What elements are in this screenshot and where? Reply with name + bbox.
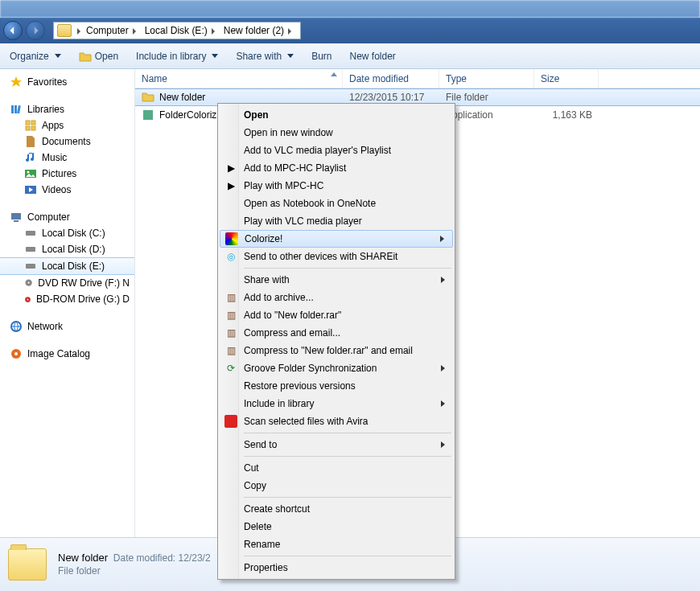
ctx-play-mpc[interactable]: ▶Play with MPC-HC: [220, 177, 453, 195]
groove-icon: ⟳: [224, 362, 237, 375]
include-in-library-button[interactable]: Include in library: [136, 51, 218, 62]
open-button[interactable]: Open: [79, 50, 118, 63]
new-folder-button[interactable]: New folder: [350, 51, 396, 62]
burn-button[interactable]: Burn: [311, 51, 331, 62]
ctx-cut[interactable]: Cut: [220, 459, 453, 477]
nav-back-button[interactable]: [3, 21, 23, 40]
archive-icon: ▥: [224, 291, 237, 304]
svg-rect-10: [11, 213, 21, 220]
nav-libraries-label: Libraries: [27, 104, 64, 115]
ctx-add-vlc-playlist[interactable]: Add to VLC media player's Playlist: [220, 142, 453, 159]
svg-rect-1: [14, 105, 17, 113]
organize-button[interactable]: Organize: [10, 51, 61, 62]
hdd-icon: [24, 260, 37, 273]
ctx-add-rar[interactable]: ▥Add to "New folder.rar": [220, 306, 453, 324]
ctx-compress-rar-email[interactable]: ▥Compress to "New folder.rar" and email: [220, 342, 453, 359]
folder-open-icon: [79, 50, 92, 63]
nav-computer-label: Computer: [27, 211, 70, 223]
videos-icon: [24, 183, 37, 196]
navigation-pane: Favorites Libraries Apps Documents Music…: [0, 69, 135, 537]
column-date[interactable]: Date modified: [343, 69, 439, 88]
ctx-send-to[interactable]: Send to: [220, 436, 453, 454]
svg-rect-14: [26, 264, 35, 269]
ctx-include-library[interactable]: Include in library: [220, 395, 453, 412]
nav-network-label: Network: [27, 321, 63, 332]
breadcrumb-drive[interactable]: Local Disk (E:): [142, 23, 220, 39]
nav-videos[interactable]: Videos: [0, 182, 134, 198]
hdd-icon: [24, 243, 37, 256]
archive-icon: ▥: [224, 309, 237, 322]
nav-computer[interactable]: Computer: [0, 209, 134, 225]
dvd-icon: [24, 277, 33, 289]
column-size[interactable]: Size: [534, 69, 599, 88]
hdd-icon: [24, 227, 37, 240]
ctx-properties[interactable]: Properties: [220, 559, 453, 577]
svg-rect-12: [26, 231, 35, 236]
desktop-background-strip: [0, 0, 700, 18]
nav-image-catalog-label: Image Catalog: [27, 348, 90, 359]
ctx-colorize[interactable]: Colorize!: [220, 230, 453, 248]
archive-icon: ▥: [224, 326, 237, 339]
nav-pictures[interactable]: Pictures: [0, 166, 134, 182]
svg-rect-22: [143, 110, 153, 120]
nav-drive-f[interactable]: DVD RW Drive (F:) N: [0, 275, 134, 291]
image-catalog-icon: [10, 347, 23, 360]
svg-rect-13: [26, 247, 35, 252]
ctx-share-with[interactable]: Share with: [220, 271, 453, 289]
svg-rect-2: [17, 105, 21, 113]
nav-apps[interactable]: Apps: [0, 117, 134, 133]
network-icon: [10, 320, 23, 333]
ctx-open[interactable]: Open: [220, 106, 453, 124]
ctx-groove-sync[interactable]: ⟳Groove Folder Synchronization: [220, 359, 453, 377]
folder-icon: [57, 24, 72, 37]
ctx-add-mpc-playlist[interactable]: ▶Add to MPC-HC Playlist: [220, 159, 453, 177]
ctx-create-shortcut[interactable]: Create shortcut: [220, 500, 453, 518]
nav-image-catalog[interactable]: Image Catalog: [0, 346, 134, 362]
toolbar: Organize Open Include in library Share w…: [0, 43, 700, 69]
breadcrumb-folder[interactable]: New folder (2): [220, 23, 297, 39]
nav-music[interactable]: Music: [0, 150, 134, 166]
submenu-arrow-icon: [441, 365, 445, 371]
ctx-compress-email[interactable]: ▥Compress and email...: [220, 324, 453, 342]
nav-drive-g[interactable]: BD-ROM Drive (G:) D: [0, 291, 134, 307]
submenu-arrow-icon: [441, 441, 445, 448]
svg-point-18: [27, 298, 29, 300]
ctx-open-onenote[interactable]: Open as Notebook in OneNote: [220, 195, 453, 212]
archive-icon: ▥: [224, 344, 237, 357]
nav-documents[interactable]: Documents: [0, 133, 134, 150]
ctx-rename[interactable]: Rename: [220, 536, 453, 553]
svg-rect-11: [14, 220, 19, 222]
mpc-icon: ▶: [224, 179, 237, 192]
nav-drive-d[interactable]: Local Disk (D:): [0, 241, 134, 257]
svg-point-16: [28, 282, 30, 284]
column-name[interactable]: Name: [135, 69, 343, 88]
nav-favorites[interactable]: Favorites: [0, 74, 134, 90]
breadcrumb-computer[interactable]: Computer: [83, 23, 142, 39]
ctx-add-archive[interactable]: ▥Add to archive...: [220, 289, 453, 306]
nav-network[interactable]: Network: [0, 318, 134, 334]
ctx-delete[interactable]: Delete: [220, 518, 453, 536]
nav-drive-e[interactable]: Local Disk (E:): [0, 257, 134, 275]
ctx-scan-avira[interactable]: Scan selected files with Avira: [220, 412, 453, 430]
nav-drive-c[interactable]: Local Disk (C:): [0, 225, 134, 241]
svg-rect-3: [26, 121, 30, 125]
folder-large-icon: [8, 548, 47, 581]
ctx-play-vlc[interactable]: Play with VLC media player: [220, 212, 453, 230]
ctx-shareit[interactable]: ◎Send to other devices with SHAREit: [220, 248, 453, 265]
colorize-icon: [225, 232, 238, 245]
nav-forward-button[interactable]: [26, 21, 45, 40]
mpc-icon: ▶: [224, 162, 237, 174]
bdrom-icon: [24, 293, 31, 306]
svg-point-21: [14, 352, 18, 355]
avira-icon: [224, 415, 237, 428]
nav-libraries[interactable]: Libraries: [0, 101, 134, 117]
music-icon: [24, 151, 37, 164]
share-with-button[interactable]: Share with: [236, 51, 294, 62]
details-type: File folder: [58, 565, 211, 578]
ctx-open-new-window[interactable]: Open in new window: [220, 124, 453, 142]
column-headers: Name Date modified Type Size: [135, 69, 700, 88]
ctx-restore-previous[interactable]: Restore previous versions: [220, 377, 453, 395]
column-type[interactable]: Type: [439, 69, 534, 88]
breadcrumb[interactable]: Computer Local Disk (E:) New folder (2): [53, 22, 301, 39]
ctx-copy[interactable]: Copy: [220, 477, 453, 495]
